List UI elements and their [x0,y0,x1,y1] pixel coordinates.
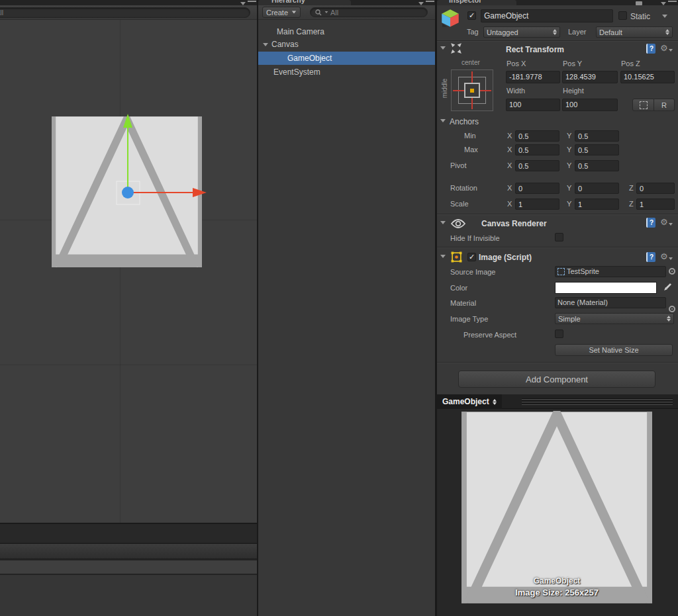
bottom-strip-2[interactable] [0,543,257,559]
preview-object-selector[interactable]: GameObject [437,394,502,409]
scale-z-field[interactable]: 1 [636,198,675,210]
canvas-renderer-help-icon[interactable]: ? [646,218,655,228]
anchors-max-y-field[interactable]: 0.5 [575,144,619,155]
preview-sprite-image [461,411,652,604]
axis-x-letter: X [507,132,512,140]
source-image-field[interactable]: TestSprite [555,266,666,277]
source-image-label: Source Image [450,268,495,276]
image-foldout-icon[interactable] [440,255,446,258]
image-type-dropdown[interactable]: Simple [555,313,674,324]
anchor-preset-side-label: middle [441,75,448,102]
hierarchy-item-gameobject[interactable]: GameObject [258,52,435,65]
inspector-lock-icon[interactable] [636,1,642,5]
hierarchy-pane: Hierarchy Create All Main Camera Canvas … [258,0,435,616]
image-component-title: Image (Script) [479,253,532,262]
component-separator [437,247,678,248]
raw-edit-mode-button[interactable]: R [654,99,675,111]
create-button[interactable]: Create [262,7,301,18]
scene-viewport[interactable] [0,20,257,523]
axis-x-letter: X [507,184,512,192]
rotation-y-field[interactable]: 0 [575,183,619,194]
axis-y-letter: Y [567,184,571,192]
preview-selector-updown-icon [493,399,497,405]
rect-transform-help-icon[interactable]: ? [646,44,655,54]
canvas-foldout-icon[interactable] [263,43,268,46]
tab-hierarchy[interactable]: Hierarchy [258,0,351,5]
material-value: None (Material) [557,298,608,308]
canvas-renderer-title: Canvas Renderer [481,219,547,228]
add-component-button[interactable]: Add Component [458,371,655,388]
anchor-preset-widget[interactable] [451,69,493,111]
scene-panel-menu-icon[interactable] [240,1,256,5]
height-field[interactable]: 100 [562,99,618,111]
preview-body: GameObject Image Size: 256x257 [437,410,678,616]
static-dropdown-caret-icon[interactable] [662,15,667,18]
width-field[interactable]: 100 [506,99,560,111]
eyedropper-icon[interactable] [662,282,673,292]
scale-x-field[interactable]: 1 [515,198,559,210]
bottom-strip-1 [0,524,257,543]
anchors-label: Anchors [450,117,479,126]
tab-inspector[interactable]: Inspector [437,0,516,5]
hierarchy-panel-menu-icon[interactable] [418,1,434,5]
source-image-picker-icon[interactable] [669,268,675,275]
static-checkbox[interactable] [618,11,627,20]
blueprint-mode-button[interactable] [632,99,654,111]
pos-z-field[interactable]: 10.15625 [620,71,675,83]
preview-pane: GameObject GameObject Image Size: 256x25… [437,394,678,616]
hierarchy-item-main-camera[interactable]: Main Camera [258,26,435,38]
image-enabled-checkbox[interactable]: ✓ [467,253,476,261]
hierarchy-toolbar: Create All [258,5,435,20]
preserve-aspect-checkbox[interactable] [555,330,563,338]
item-label: Main Camera [277,27,324,36]
scene-search-input[interactable]: All [0,7,250,18]
gameobject-active-checkbox[interactable]: ✓ [467,11,476,20]
tag-dropdown[interactable]: Untagged [483,26,560,38]
image-settings-icon[interactable]: ⚙ [660,252,673,261]
anchors-foldout-icon[interactable] [440,119,446,122]
preview-image-size: Image Size: 256x257 [461,588,652,597]
rect-transform-settings-icon[interactable]: ⚙ [660,44,673,53]
image-help-icon[interactable]: ? [646,252,655,262]
preserve-aspect-label: Preserve Aspect [463,331,516,339]
anchors-min-x-field[interactable]: 0.5 [515,130,559,142]
rotation-z-field[interactable]: 0 [636,183,675,194]
anchors-max-x-field[interactable]: 0.5 [515,144,559,155]
rect-transform-foldout-icon[interactable] [440,46,446,50]
anchors-min-y-field[interactable]: 0.5 [575,130,619,142]
hierarchy-item-eventsystem[interactable]: EventSystem [258,66,435,78]
scale-y-field[interactable]: 1 [575,198,619,210]
sprite-thumb-icon [557,268,565,275]
canvas-renderer-settings-icon[interactable]: ⚙ [660,218,673,227]
rotation-x-field[interactable]: 0 [515,183,559,194]
preview-drag-handle[interactable] [522,398,673,406]
inspector-pane: Inspector ✓ GameObject Static Tag Untagg… [437,0,678,394]
pivot-y-field[interactable]: 0.5 [575,160,619,171]
pos-x-field[interactable]: -181.9778 [506,71,560,83]
hide-if-invisible-checkbox[interactable] [555,233,563,242]
color-swatch[interactable] [555,282,657,294]
hierarchy-search-input[interactable]: All [310,7,428,17]
hide-if-invisible-label: Hide If Invisible [450,234,500,242]
axis-z-letter: Z [629,184,634,192]
search-filter-caret-icon [325,11,328,13]
gameobject-name-field[interactable]: GameObject [481,9,613,22]
material-picker-icon[interactable] [669,306,675,312]
axis-z-letter: Z [629,200,634,208]
min-label: Min [464,132,476,140]
move-gizmo[interactable] [0,20,257,523]
bottom-strip-3[interactable] [0,560,257,574]
preview-selector-label: GameObject [442,397,489,406]
inspector-panel-menu-icon[interactable] [661,1,677,5]
pos-y-field[interactable]: 128.4539 [562,71,618,83]
layer-dropdown[interactable]: Default [596,26,673,38]
material-label: Material [450,299,476,307]
hierarchy-item-canvas[interactable]: Canvas [258,38,435,50]
scene-search-toolbar: All [0,5,257,20]
inspector-tab-label: Inspector [449,0,482,4]
canvas-renderer-foldout-icon[interactable] [440,221,446,224]
material-field[interactable]: None (Material) [555,297,666,308]
layer-updown-icon [665,29,669,35]
pivot-x-field[interactable]: 0.5 [515,160,559,171]
set-native-size-button[interactable]: Set Native Size [555,344,673,356]
